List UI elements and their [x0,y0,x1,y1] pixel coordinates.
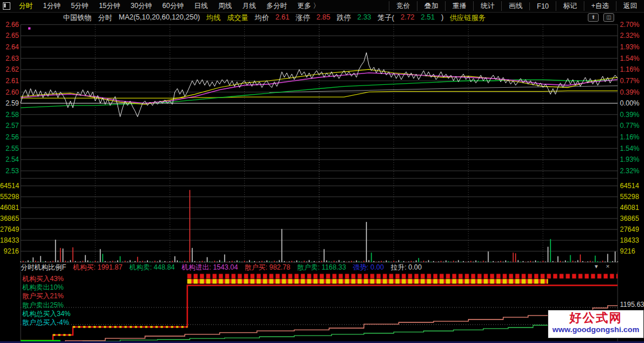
pct-axis-label: 27649 [620,226,639,233]
pct-axis-label: 0.00% [620,100,639,107]
pct-axis-label: 64514 [620,182,639,189]
app-window: 分时1分钟5分钟15分钟30分钟60分钟日线周线月线多分时更多 〉 竞价叠加重播… [0,0,644,343]
indicator-stat-6: 强势: 0.00 [353,263,384,272]
pct-axis-label: 0.39% [620,111,639,118]
panel-label-3: 散户卖出25% [22,302,64,309]
price-axis-label: 2.59 [0,100,19,107]
pct-axis-label: 2.70% [620,21,639,28]
price-axis-label: 2.54 [0,156,19,163]
close-icon[interactable]: × [606,263,610,270]
price-axis-label: 64514 [0,182,19,189]
pct-axis-label: 1.93% [620,44,639,50]
indicator-stat-1: 机构买: 1991.87 [73,263,122,272]
price-axis-label: 18433 [0,237,19,244]
pct-axis-label: 36865 [620,215,639,222]
pct-axis-label: 18433 [620,237,639,244]
chart-canvas[interactable] [0,0,644,343]
panel-label-5: 散户总买入-4% [22,319,69,326]
pct-axis-label: 2.32% [620,167,639,174]
pct-axis-label: 1.16% [620,134,639,141]
price-axis-label: 2.56 [0,134,19,141]
price-axis-label: 2.57 [0,122,19,129]
price-axis-label: 2.61 [0,77,19,84]
pct-axis-label: 0.77% [620,122,639,129]
price-axis-label: 2.66 [0,21,19,28]
watermark-url: www.goodgongshi.com [548,325,643,334]
indicator-stat-3: 机构进出: 1543.04 [182,263,238,272]
collapse-icon[interactable]: ▾ [595,263,598,270]
pct-axis-label: 1.93% [620,156,639,163]
watermark-title: 好公式网 [548,310,643,325]
price-axis-label: 9216 [0,248,19,255]
indicator-stat-5: 散户卖: 1168.33 [297,263,346,272]
price-axis-label: 2.64 [0,44,19,50]
price-axis-label: 27649 [0,226,19,233]
panel-label-4: 机构总买入34% [22,310,71,317]
price-axis-label: 2.62 [0,66,19,73]
indicator-stat-4: 散户买: 982.78 [245,263,290,272]
indicator-stat-2: 机构卖: 448.84 [129,263,174,272]
price-axis-label: 2.53 [0,167,19,174]
pct-axis-label: 55298 [620,193,639,200]
pct-axis-label: 2.32% [620,32,639,39]
pct-axis-label: 1.54% [620,145,639,152]
panel-label-1: 机构卖出10% [22,284,64,291]
pct-axis-label: 9216 [620,248,635,255]
indicator-stat-7: 拉升: 0.00 [391,263,421,272]
price-axis-label: 2.60 [0,89,19,96]
indicator-stat-0: 分时机构比例F [21,263,66,272]
pct-axis-label: 0.77% [620,77,639,84]
price-axis-label: 2.65 [0,32,19,39]
pct-axis-label: 1.16% [620,66,639,73]
price-axis-label: 36865 [0,215,19,222]
pct-axis-label: 1.54% [620,55,639,62]
price-axis-label: 2.63 [0,55,19,62]
price-axis-label: 2.58 [0,111,19,118]
price-axis-label: 46081 [0,204,19,211]
panel-right-value: 1195.63 [620,301,644,309]
price-axis-label: 55298 [0,193,19,200]
watermark: 好公式网 www.goodgongshi.com [548,310,644,338]
panel-label-0: 机构买入43% [22,275,64,282]
pct-axis-label: 46081 [620,204,639,211]
panel-label-2: 散户买入21% [22,293,64,299]
price-axis-label: 2.55 [0,145,19,152]
pct-axis-label: 0.39% [620,89,639,96]
indicator-panel-header: 分时机构比例F机构买: 1991.87机构卖: 448.84机构进出: 1543… [21,263,618,272]
